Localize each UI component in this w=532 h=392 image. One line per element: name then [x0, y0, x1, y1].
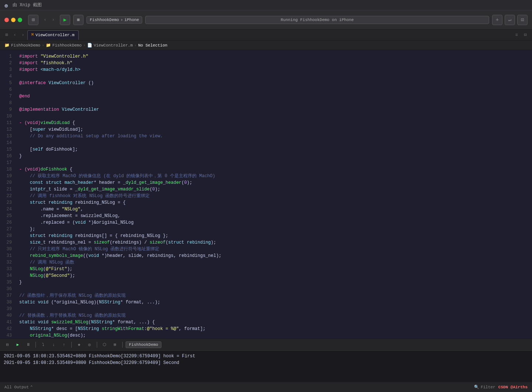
step-out-icon: ↑	[63, 343, 65, 347]
console-line-2: 2021-09-05 18:08:23.535489+0800 Fishhook…	[4, 360, 528, 366]
console-area: 2021-09-05 18:08:23.535462+0800 Fishhook…	[0, 350, 532, 382]
breadcrumb-sep-1: ›	[42, 43, 44, 48]
stop-icon: ■	[77, 17, 80, 23]
breadcrumb-project[interactable]: FishhookDemo	[11, 43, 40, 48]
breadcrumb-project-icon: 📁	[4, 43, 10, 48]
location-icon: ◎	[88, 342, 91, 347]
left-panel-toggle[interactable]: ⊞	[28, 15, 38, 25]
brand-label: CSDN @Airths	[498, 385, 528, 389]
debug-view-hierarchy-btn[interactable]: ⊞	[110, 340, 119, 349]
debug-memory-btn[interactable]: ⬡	[100, 340, 109, 349]
breadcrumb: 📁 FishhookDemo › 📁 FishhookDemo › 📄 View…	[0, 41, 532, 50]
tab-viewcontroller-m[interactable]: M ViewController.m	[27, 30, 79, 40]
debug-toolbar: ⊟ ▶ ⏸ ⤵ ↓ ↑ ◈ ◎ ⬡ ⊞ Fishhoo	[0, 338, 532, 350]
line-numbers: 12345 678910 1112131415 1617181920 21222…	[0, 50, 15, 338]
tab-right-icons: ≡ ⊟	[513, 31, 529, 39]
step-into-icon: ↓	[52, 343, 55, 347]
nav-buttons: ‹ ›	[41, 16, 57, 24]
toolbar: ⊞ ‹ › ▶ ■ FishhookDemo › iPhone Running …	[0, 10, 532, 30]
left-panel-icon: ⊞	[32, 17, 35, 23]
sep-4	[122, 342, 123, 348]
breakpoints-icon: ◈	[78, 342, 81, 347]
all-output-label: All Output	[4, 385, 29, 389]
title-bar: ⊕ 由 Xnip 截图	[0, 0, 532, 10]
sep-3	[97, 342, 97, 348]
breadcrumb-folder-icon: 📁	[46, 43, 51, 48]
debug-scheme-label[interactable]: FishhookDemo	[126, 341, 161, 348]
bottom-bar: All Output ⌃ 🔍 Filter CSDN @Airths	[0, 382, 532, 392]
app-icon: ⊕	[4, 2, 10, 8]
debug-breakpoints-btn[interactable]: ◈	[75, 340, 83, 349]
close-button[interactable]	[4, 18, 9, 22]
file-icon: M	[31, 33, 34, 37]
tab-back[interactable]: ‹	[11, 31, 18, 39]
filter-button[interactable]: 🔍 Filter	[474, 385, 495, 389]
sep-1	[35, 342, 36, 348]
debug-step-over-btn[interactable]: ⤵	[39, 340, 48, 349]
sep-2	[71, 342, 72, 348]
pause-icon: ⏸	[26, 342, 30, 347]
debug-pause-btn[interactable]: ⏸	[24, 340, 33, 349]
main-area: 12345 678910 1112131415 1617181920 21222…	[0, 50, 532, 392]
device-name: iPhone	[125, 18, 139, 22]
hierarchy-icon: ⊞	[114, 342, 116, 347]
breadcrumb-file[interactable]: ViewController.m	[94, 43, 133, 48]
debug-step-into-btn[interactable]: ↓	[49, 340, 58, 349]
stop-button[interactable]: ■	[73, 15, 83, 25]
code-editor[interactable]: #import "ViewController.h" #import "fish…	[15, 50, 532, 338]
memory-icon: ⬡	[103, 342, 106, 347]
hide-icon: ⊟	[6, 342, 9, 347]
scheme-selector[interactable]: FishhookDemo › iPhone	[86, 16, 142, 24]
split-view-toggle[interactable]: ⊟	[522, 31, 529, 39]
tab-forward[interactable]: ›	[19, 31, 27, 39]
scheme-name: FishhookDemo	[90, 18, 119, 22]
step-over-icon: ⤵	[42, 342, 44, 347]
add-button[interactable]: +	[492, 15, 502, 25]
traffic-lights	[4, 18, 22, 22]
scheme-chevron: ›	[120, 18, 123, 22]
debug-step-out-btn[interactable]: ↑	[59, 340, 68, 349]
sidebar-toggle[interactable]: ⊞	[3, 31, 10, 39]
filter-icon: 🔍	[474, 385, 479, 389]
breadcrumb-selection: No Selection	[138, 43, 167, 48]
run-button[interactable]: ▶	[60, 15, 70, 25]
filter-label: Filter	[481, 385, 495, 389]
continue-icon: ▶	[17, 342, 19, 347]
grid-view-toggle[interactable]: ≡	[513, 31, 520, 39]
back-button[interactable]: ‹	[41, 16, 49, 24]
maximize-button[interactable]	[18, 18, 22, 22]
forward-button[interactable]: ›	[50, 16, 57, 24]
enter-icon: ↵	[508, 17, 511, 23]
breadcrumb-file-icon: 📄	[87, 43, 92, 48]
tab-bar: ⊞ ‹ › M ViewController.m ≡ ⊟	[0, 30, 532, 41]
layout-icon: ⊡	[521, 17, 524, 23]
debug-continue-btn[interactable]: ▶	[13, 340, 22, 349]
chevron-icon: ⌃	[30, 385, 33, 389]
layout-button[interactable]: ⊡	[517, 15, 528, 25]
enter-button[interactable]: ↵	[505, 15, 515, 25]
breadcrumb-folder[interactable]: FishhookDemo	[52, 43, 82, 48]
status-text: Running FishhookDemo on iPhone	[281, 18, 354, 22]
run-icon: ▶	[64, 17, 66, 23]
tab-label: ViewController.m	[35, 33, 75, 37]
bottom-left: All Output ⌃	[4, 385, 33, 389]
debug-simulate-location-btn[interactable]: ◎	[85, 340, 94, 349]
breadcrumb-sep-3: ›	[134, 43, 137, 48]
status-area: Running FishhookDemo on iPhone	[145, 16, 489, 24]
plus-icon: +	[496, 17, 499, 23]
bottom-right: 🔍 Filter CSDN @Airths	[474, 385, 528, 389]
title-bar-text: 由 Xnip 截图	[13, 2, 42, 8]
toolbar-right: + ↵ ⊡	[492, 15, 528, 25]
minimize-button[interactable]	[11, 18, 16, 22]
breadcrumb-sep-2: ›	[83, 43, 86, 48]
debug-hide-btn[interactable]: ⊟	[3, 340, 12, 349]
console-line-1: 2021-09-05 18:08:23.535462+0800 Fishhook…	[4, 353, 528, 360]
editor-area: 12345 678910 1112131415 1617181920 21222…	[0, 50, 532, 338]
